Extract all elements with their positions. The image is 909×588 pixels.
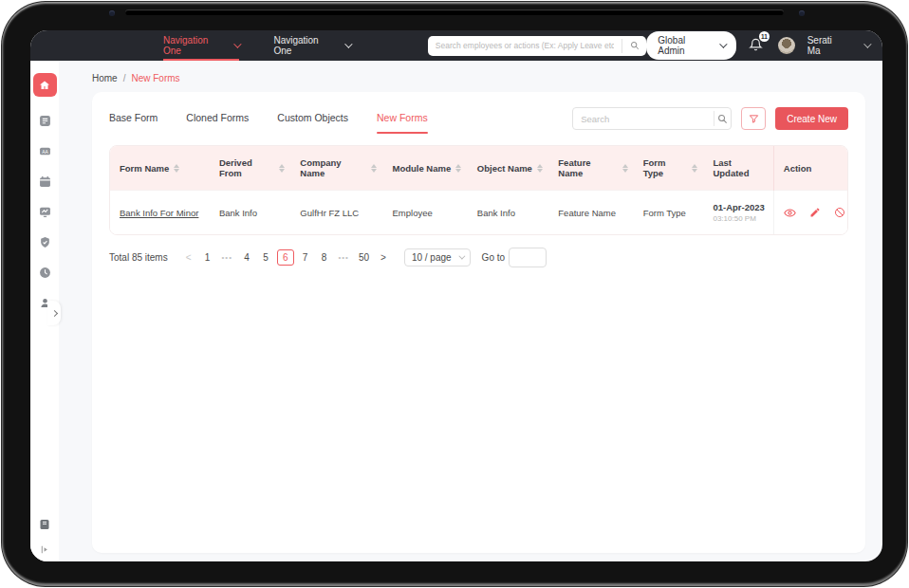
sidebar-item-shield[interactable]: [38, 235, 51, 248]
role-selector[interactable]: Global Admin: [646, 31, 736, 60]
chevron-down-icon: [719, 40, 727, 47]
top-navbar: Navigation One Navigation One Global Adm…: [30, 30, 882, 61]
column-feature-name[interactable]: Feature Name: [558, 157, 627, 178]
edit-button[interactable]: [809, 207, 821, 219]
page-button-active[interactable]: 6: [277, 249, 294, 266]
tab-custom-objects[interactable]: Custom Objects: [277, 112, 348, 134]
pagination: Total 85 items < 1 ••• 4 5 6 7 8 ••• 50 …: [109, 248, 848, 267]
cell-company-name: GulfHr FZ LLC: [290, 191, 382, 235]
tab-cloned-forms[interactable]: Cloned Forms: [186, 112, 249, 134]
sidebar-expand-button[interactable]: [47, 301, 61, 325]
sidebar-item-text[interactable]: AA: [38, 144, 51, 157]
page-size-select[interactable]: 10 / page: [404, 248, 471, 266]
table-search: [572, 107, 732, 130]
chevron-down-icon: [234, 40, 242, 47]
column-action: Action: [784, 163, 842, 174]
avatar[interactable]: [778, 37, 795, 54]
sort-icon[interactable]: [692, 164, 697, 173]
chevron-down-icon[interactable]: [863, 40, 871, 47]
page-size-value: 10 / page: [412, 252, 452, 263]
sidebar-item-forms[interactable]: [38, 114, 51, 127]
sidebar-item-book[interactable]: [38, 518, 51, 531]
column-company-name[interactable]: Company Name: [300, 157, 377, 178]
breadcrumb-current: New Forms: [131, 73, 179, 83]
create-new-button[interactable]: Create New: [775, 107, 848, 130]
sidebar-collapse-button[interactable]: [38, 542, 51, 556]
sort-icon[interactable]: [455, 164, 461, 173]
page-button[interactable]: 7: [298, 250, 313, 265]
tab-new-forms[interactable]: New Forms: [377, 112, 428, 134]
nav-menu-1[interactable]: Navigation One: [163, 30, 239, 61]
page-button[interactable]: 4: [239, 250, 254, 265]
role-label: Global Admin: [658, 35, 714, 56]
view-button[interactable]: [784, 207, 796, 219]
page-button[interactable]: 8: [317, 250, 332, 265]
column-object-name[interactable]: Object Name: [477, 163, 543, 174]
chevron-down-icon: [458, 253, 465, 260]
sort-icon[interactable]: [174, 164, 179, 173]
filter-button[interactable]: [741, 107, 766, 130]
clock-icon: [39, 266, 51, 279]
forms-card: Base Form Cloned Forms Custom Objects Ne…: [92, 92, 865, 553]
sidebar-item-calendar[interactable]: [38, 175, 51, 188]
search-icon[interactable]: [621, 39, 646, 53]
nav-menu-1-label: Navigation One: [163, 35, 228, 56]
notifications-button[interactable]: 11: [749, 37, 766, 54]
tab-base-form[interactable]: Base Form: [109, 112, 158, 134]
speaker-slot: [125, 9, 784, 15]
sidebar-item-clock[interactable]: [38, 266, 51, 279]
prev-page-button[interactable]: <: [181, 250, 196, 265]
goto-label: Go to: [482, 252, 505, 263]
table-search-input[interactable]: [573, 114, 714, 124]
sidebar: AA: [30, 61, 59, 561]
goto-page-input[interactable]: [509, 248, 547, 267]
table-row: Bank Info For Minor Bank Info GulfHr FZ …: [110, 191, 847, 235]
sidebar-item-home[interactable]: [33, 73, 57, 97]
edit-icon: [809, 207, 821, 218]
main-area: AA: [30, 61, 882, 561]
last-updated-time: 03:10:50 PM: [713, 214, 767, 223]
column-form-type[interactable]: Form Type: [643, 157, 698, 178]
pagination-total: Total 85 items: [109, 252, 168, 263]
app-screen: Navigation One Navigation One Global Adm…: [30, 30, 882, 561]
page-ellipsis[interactable]: •••: [336, 251, 352, 264]
global-search-input[interactable]: [428, 41, 621, 50]
sort-icon[interactable]: [279, 164, 285, 173]
cell-feature-name: Feature Name: [548, 191, 633, 235]
next-page-button[interactable]: >: [376, 250, 391, 265]
sort-icon[interactable]: [622, 164, 628, 173]
cell-last-updated: 01-Apr-2023 03:10:50 PM: [703, 191, 773, 235]
sort-icon[interactable]: [537, 164, 543, 173]
sidebar-item-monitor[interactable]: [38, 205, 51, 218]
form-icon: [39, 115, 51, 127]
monitor-icon: [39, 206, 51, 218]
column-last-updated: Last Updated: [713, 157, 767, 178]
cell-form-name[interactable]: Bank Info For Minor: [110, 191, 210, 235]
nav-menu-2[interactable]: Navigation One: [273, 30, 349, 61]
page-button[interactable]: 1: [200, 250, 215, 265]
column-derived-from[interactable]: Derived From: [219, 157, 285, 178]
table-header-row: Form Name Derived From Company Name Modu…: [110, 146, 847, 191]
cell-module-name: Employee: [382, 191, 467, 235]
column-form-name[interactable]: Form Name: [120, 163, 204, 174]
breadcrumb-home[interactable]: Home: [92, 73, 118, 83]
column-module-name[interactable]: Module Name: [392, 163, 461, 174]
calendar-icon: [39, 175, 51, 188]
breadcrumb-separator: /: [123, 73, 126, 83]
sort-icon[interactable]: [371, 164, 377, 173]
tabs: Base Form Cloned Forms Custom Objects Ne…: [109, 112, 428, 134]
camera-dot: [109, 10, 115, 16]
disable-button[interactable]: [834, 207, 845, 219]
tablet-frame: Navigation One Navigation One Global Adm…: [2, 2, 907, 586]
search-icon[interactable]: [714, 111, 731, 126]
home-icon: [39, 80, 50, 91]
chevron-down-icon: [344, 40, 352, 47]
cell-derived-from: Bank Info: [210, 191, 290, 235]
eye-icon: [784, 207, 796, 219]
cell-form-type: Form Type: [634, 191, 704, 235]
page-button[interactable]: 50: [356, 250, 372, 265]
funnel-icon: [749, 114, 759, 124]
last-updated-date: 01-Apr-2023: [713, 202, 767, 212]
page-button[interactable]: 5: [258, 250, 273, 265]
page-ellipsis[interactable]: •••: [219, 251, 235, 264]
